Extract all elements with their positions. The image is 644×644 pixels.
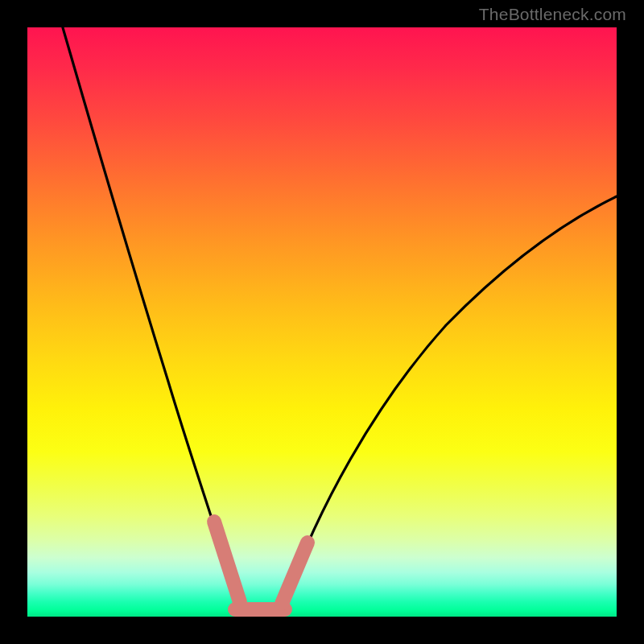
optimal-marker-right-ascent (282, 543, 308, 604)
chart-frame: TheBottleneck.com (0, 0, 644, 644)
bottleneck-curve (63, 27, 617, 610)
optimal-marker-left-descent (214, 522, 240, 602)
optimal-zone-markers (214, 522, 308, 609)
curve-layer (27, 27, 617, 617)
watermark-text: TheBottleneck.com (479, 5, 626, 24)
plot-area (27, 27, 617, 617)
